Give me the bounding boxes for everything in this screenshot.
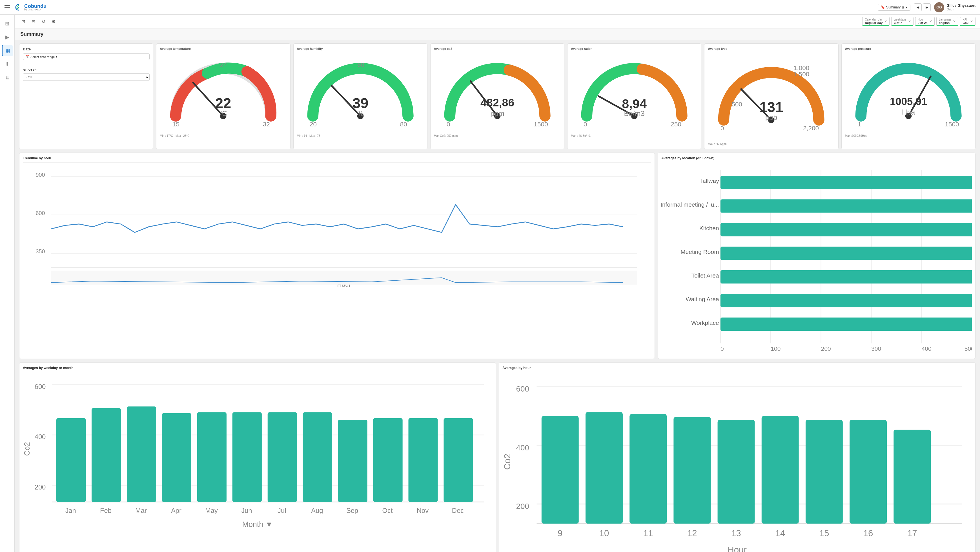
charts-row: Trendline by hour Co2 900 600 350 01/09/… — [19, 152, 975, 359]
svg-text:12: 12 — [687, 528, 697, 538]
weekday-card: Averages by weekday or month Co2 600 400… — [19, 362, 496, 552]
svg-text:80: 80 — [400, 121, 407, 128]
filter-bar: ⊡ ⊟ ↺ ⚙ Calendar_day Regular day ✕ weekd… — [15, 15, 980, 29]
svg-text:Mar: Mar — [135, 507, 147, 514]
sidebar: ⊞ ▶ ▦ ⬇ 🖥 — [0, 15, 15, 552]
sidebar-item-grid[interactable]: ▦ — [2, 45, 13, 56]
kpi-card-radon: Average radon 8,94 Bq/m3 0 250 Max : 46 … — [567, 43, 701, 149]
filter-chip-language-value: english — [939, 21, 951, 24]
kpi-select[interactable]: Co2 Temperature Humidity Radon TVOC Pres… — [23, 73, 150, 81]
svg-rect-108 — [268, 412, 297, 502]
avatar: GG — [934, 2, 944, 13]
filter-icon-1[interactable]: ⊡ — [19, 17, 27, 25]
date-range-button[interactable]: 📅 Select date range ▾ — [23, 54, 150, 60]
svg-text:15: 15 — [819, 528, 829, 538]
svg-text:482,86: 482,86 — [480, 96, 514, 109]
svg-text:ppb: ppb — [765, 113, 777, 121]
svg-text:Apr: Apr — [171, 507, 181, 514]
svg-text:900: 900 — [36, 171, 45, 178]
filter-icon-4[interactable]: ⚙ — [49, 17, 57, 25]
svg-text:May: May — [205, 507, 218, 514]
svg-text:16: 16 — [863, 528, 873, 538]
kpi-row: Date 📅 Select date range ▾ Select kpi Co… — [19, 43, 975, 149]
next-button[interactable]: ▶ — [923, 3, 931, 11]
summary-button[interactable]: 🔖 Summary ⊞ ▾ — [878, 4, 910, 11]
svg-rect-74 — [721, 176, 972, 189]
svg-text:200: 200 — [821, 346, 831, 352]
hamburger-menu[interactable] — [5, 5, 10, 9]
location-card: Averages by location (drill down) 0 100 … — [658, 152, 975, 359]
svg-rect-76 — [721, 199, 972, 213]
location-chart: 0 100 200 300 400 500 Hallway I — [661, 162, 972, 354]
tvoc-note: Max : 2626ppb — [708, 143, 835, 146]
svg-text:600: 600 — [35, 382, 46, 390]
svg-text:13: 13 — [731, 528, 741, 538]
pressure-title: Average pressure — [845, 47, 972, 51]
navbar: Cobundu by VINCARLO 🔖 Summary ⊞ ▾ ◀ ▶ GG… — [0, 0, 980, 15]
summary-label: Summary — [886, 5, 900, 9]
filter-chips: Calendar_day Regular day ✕ weekdays 3 of… — [862, 17, 975, 26]
svg-text:22: 22 — [215, 95, 231, 111]
svg-rect-141 — [806, 420, 843, 523]
filter-chip-weekdays-close[interactable]: ✕ — [908, 19, 911, 23]
svg-rect-84 — [721, 294, 972, 307]
svg-text:200: 200 — [35, 483, 46, 491]
svg-text:Waiting Area: Waiting Area — [686, 296, 719, 302]
svg-text:10: 10 — [599, 528, 609, 538]
sidebar-item-monitor[interactable]: 🖥 — [2, 72, 13, 83]
svg-text:0: 0 — [721, 346, 724, 352]
svg-text:11: 11 — [643, 528, 653, 538]
navbar-right: 🔖 Summary ⊞ ▾ ◀ ▶ GG Gilles Ghyssaert Or… — [878, 2, 975, 13]
svg-text:Kitchen: Kitchen — [699, 225, 719, 232]
filter-chip-kpi[interactable]: KPI Co2 ✕ — [960, 17, 975, 26]
pressure-gauge: 1005,91 Hpa 1 1500 — [845, 52, 972, 132]
kpi-card-humidity: Average humidity 39 % 20 80 60 Min : 14 … — [293, 43, 428, 149]
filter-chip-hour-close[interactable]: ✕ — [929, 19, 932, 23]
co2-gauge: 482,86 ppm 0 1500 — [434, 52, 561, 132]
svg-text:1500: 1500 — [534, 121, 548, 128]
svg-text:400: 400 — [35, 433, 46, 441]
filter-chip-kpi-close[interactable]: ✕ — [970, 19, 973, 23]
filter-chip-language-label: Language — [939, 18, 951, 21]
svg-text:1: 1 — [858, 121, 861, 128]
filter-icon-2[interactable]: ⊟ — [29, 17, 37, 25]
svg-text:Aug: Aug — [311, 507, 323, 514]
filter-chip-hour[interactable]: Hour 9 of 24 ✕ — [915, 17, 935, 26]
kpi-card-tvoc: Average tvoc 131 ppb 0 2,200 500 1,500 1… — [704, 43, 838, 149]
filter-chip-language[interactable]: Language english ✕ — [936, 17, 959, 26]
svg-rect-80 — [721, 247, 972, 260]
humidity-title: Average humidity — [297, 47, 424, 51]
user-name: Gilles Ghyssaert — [947, 3, 975, 8]
filter-chip-weekdays-value: 3 of 7 — [894, 21, 906, 24]
radon-gauge: 8,94 Bq/m3 0 250 — [571, 52, 698, 132]
svg-text:600: 600 — [516, 384, 529, 393]
chevron-icon: ▾ — [56, 55, 57, 59]
main-content: ⊡ ⊟ ↺ ⚙ Calendar_day Regular day ✕ weekd… — [15, 15, 980, 552]
svg-text:400: 400 — [922, 346, 932, 352]
svg-point-0 — [18, 7, 19, 8]
prev-button[interactable]: ◀ — [914, 3, 922, 11]
svg-text:Dec: Dec — [452, 507, 464, 514]
sidebar-item-dashboard[interactable]: ⊞ — [2, 18, 13, 29]
tvoc-gauge: 131 ppb 0 2,200 500 1,500 1,000 — [708, 52, 835, 140]
sidebar-item-download[interactable]: ⬇ — [2, 59, 13, 70]
svg-text:17: 17 — [907, 528, 917, 538]
filter-chip-weekdays[interactable]: weekdays 3 of 7 ✕ — [891, 17, 913, 26]
pressure-note: Max :1030,59Hpa — [845, 134, 972, 137]
svg-rect-78 — [721, 223, 972, 236]
svg-text:60: 60 — [357, 61, 364, 68]
svg-text:300: 300 — [871, 346, 881, 352]
svg-text:%: % — [357, 109, 363, 117]
temp-gauge: 22 °C 15 32 24 — [160, 52, 286, 132]
filter-chip-calendar[interactable]: Calendar_day Regular day ✕ — [862, 17, 889, 26]
svg-text:350: 350 — [36, 248, 45, 254]
hour-card: Averages by hour Co2 600 400 200 9 — [499, 362, 975, 552]
filter-chip-calendar-close[interactable]: ✕ — [884, 19, 887, 23]
filter-chip-language-close[interactable]: ✕ — [953, 19, 956, 23]
download-icon: ⬇ — [5, 61, 9, 67]
bookmark-icon: 🔖 — [881, 5, 885, 9]
filter-icon-3[interactable]: ↺ — [40, 17, 47, 25]
filter-actions: ⊡ ⊟ ↺ ⚙ — [19, 17, 57, 25]
svg-text:500: 500 — [964, 346, 972, 352]
sidebar-item-play[interactable]: ▶ — [2, 32, 13, 43]
